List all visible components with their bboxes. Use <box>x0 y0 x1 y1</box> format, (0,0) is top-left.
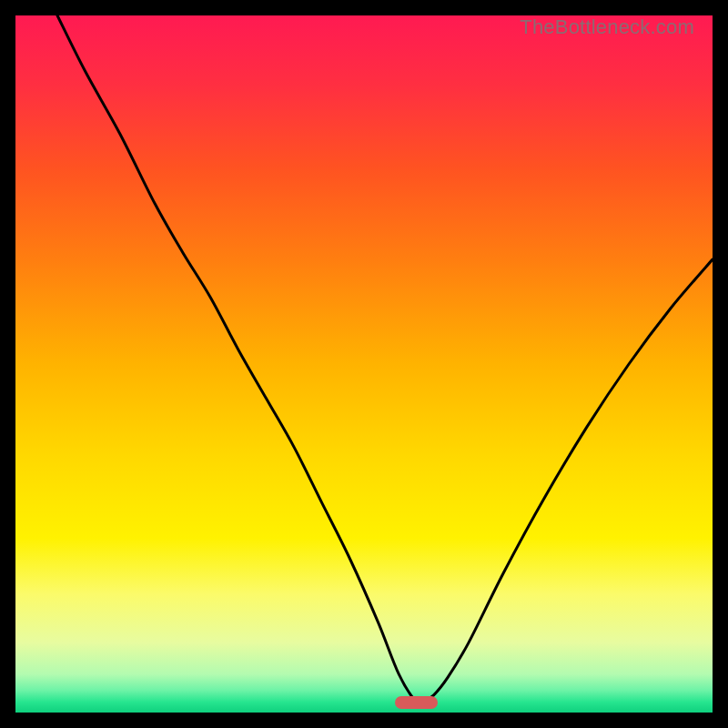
watermark-text: TheBottleneck.com <box>520 15 694 39</box>
chart-frame: TheBottleneck.com <box>0 0 728 728</box>
bottleneck-curve <box>15 15 713 713</box>
plot-area: TheBottleneck.com <box>15 15 713 713</box>
optimum-marker <box>395 696 438 709</box>
